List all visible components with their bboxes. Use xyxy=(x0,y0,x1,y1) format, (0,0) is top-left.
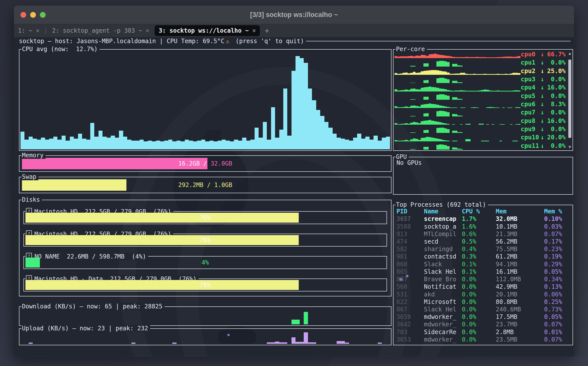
cpu-row-cpu2: cpu2↓25.0% xyxy=(394,67,567,75)
process-name: Slack Hel xyxy=(424,268,462,275)
chart-bar xyxy=(123,137,127,149)
sparkline-bar xyxy=(442,123,444,125)
sparkline-bar xyxy=(439,94,442,100)
sparkline-bar xyxy=(418,90,421,91)
sparkline-bar xyxy=(413,56,416,58)
tab-1[interactable]: 1: ~× xyxy=(14,24,43,37)
process-cpu: 0.1% xyxy=(462,261,496,268)
chart-bar xyxy=(382,138,386,149)
process-row[interactable]: 860Slack0.1%94.1MB0.29% xyxy=(396,261,571,268)
sparkline-bar xyxy=(512,57,515,58)
chart-bar xyxy=(181,141,185,149)
sparkline-bar xyxy=(413,149,416,150)
sparkline-bar xyxy=(410,99,413,100)
down-arrow-icon: ↓ xyxy=(539,109,546,116)
sparkline-bar xyxy=(397,91,400,92)
process-row[interactable]: 582sharingd0.4%75.5MB0.23% xyxy=(396,245,571,253)
sparkline-bar xyxy=(447,73,450,75)
process-mem-pct: 0.05% xyxy=(544,313,571,320)
process-pid: 474 xyxy=(396,238,424,245)
process-row[interactable]: 865Slack Hel0.1%16.1MB0.05% xyxy=(396,268,571,275)
cpu-sparkline xyxy=(394,59,520,67)
scrollbar-thumb[interactable] xyxy=(568,60,571,138)
sparkline-bar xyxy=(418,106,421,108)
sparkline-bar xyxy=(408,56,410,58)
chart-bar xyxy=(312,100,316,149)
chart-bar xyxy=(308,89,312,149)
cpu-sparkline xyxy=(394,84,520,92)
sparkline-bar xyxy=(481,57,484,58)
process-row[interactable]: 531akd0.0%20.1MB0.06% xyxy=(396,290,571,298)
process-mem-pct: 0.07% xyxy=(544,231,571,238)
cpu-percent: 16.0% xyxy=(546,117,566,124)
sparkline-bar xyxy=(510,57,513,58)
sparkline-bar xyxy=(457,149,460,150)
memory-label: 16.2GB / 32.0GB xyxy=(22,158,389,169)
cpu-row-cpu1: cpu1↓0.0% xyxy=(394,58,567,67)
sparkline-bar xyxy=(402,140,405,141)
sparkline-bar xyxy=(486,90,489,92)
process-row[interactable]: 3642mdworker_0.0%23.7MB0.07% xyxy=(396,321,571,328)
sparkline-bar xyxy=(484,74,487,75)
down-arrow-icon: ↓ xyxy=(539,125,546,133)
per-core-scrollbar[interactable]: ▲ ▼ xyxy=(568,50,572,150)
tab-close-icon[interactable]: × xyxy=(252,27,256,34)
chart-bar xyxy=(94,137,98,149)
close-window-button[interactable] xyxy=(20,12,26,18)
sparkline-bar xyxy=(415,139,418,141)
process-row[interactable]: 703SidecarRe0.0%2.8MB0.01% xyxy=(396,328,571,336)
scroll-down-icon[interactable]: ▼ xyxy=(568,144,572,149)
process-row[interactable]: 560Notificat0.0%42.9MB0.13% xyxy=(396,283,571,290)
sparkline-bar xyxy=(423,121,426,125)
chart-bar xyxy=(378,343,382,344)
down-arrow-icon: ↓ xyxy=(539,134,546,141)
minimize-window-button[interactable] xyxy=(30,12,36,18)
sparkline-bar xyxy=(465,57,468,58)
sparkline-bar xyxy=(455,64,458,67)
process-row[interactable]: 474secd0.5%56.2MB0.17% xyxy=(396,238,571,245)
sparkline-bar xyxy=(447,124,450,125)
sparkline-bar xyxy=(460,99,463,100)
sparkline-bar xyxy=(460,107,463,108)
process-row[interactable]: 3653mdworker_0.0%23.5MB0.07% xyxy=(396,336,571,343)
zoom-window-button[interactable] xyxy=(40,12,46,18)
process-row[interactable]: 981contactsd0.3%61.2MB0.19% xyxy=(396,253,571,260)
sparkline-bar xyxy=(486,141,489,141)
process-row[interactable]: 3588socktop_a1.6%10.1MB0.03% xyxy=(396,223,571,230)
tab-close-icon[interactable]: × xyxy=(36,27,39,34)
titlebar[interactable]: [3/3] socktop ws://localho ~ xyxy=(14,5,574,24)
sparkline-bar xyxy=(499,74,502,75)
process-row[interactable]: 913MTLCompil0.6%21.3MB0.07% xyxy=(396,230,571,238)
sparkline-bar xyxy=(434,87,437,91)
tab-2[interactable]: 2: socktop_agent -p 303 ~× xyxy=(48,24,153,37)
new-tab-button[interactable]: + xyxy=(261,27,273,35)
process-name: mdworker_ xyxy=(424,313,462,320)
sparkline-bar xyxy=(452,74,455,75)
sparkline-bar xyxy=(457,65,460,66)
process-row[interactable]: 3657screencap1.7%32.0MB0.10% xyxy=(396,215,571,223)
sparkline-bar xyxy=(455,141,458,141)
chart-bar xyxy=(218,141,222,149)
process-row[interactable]: 867Slack Hel0.0%240.6MB0.73% xyxy=(396,306,571,313)
chart-bar xyxy=(271,107,275,149)
process-row[interactable]: 3659mdworker_0.0%17.5MB0.05% xyxy=(396,313,571,321)
sparkline-bar xyxy=(413,89,416,92)
process-mem: 20.1MB xyxy=(496,291,544,298)
sparkline-bar xyxy=(429,120,431,125)
process-row[interactable]: 887Brave Bro0.0%112.0MB0.34% xyxy=(396,275,571,283)
sparkline-bar xyxy=(439,111,442,116)
host-status-text: socktop — host: Jasons-MBP.localdomain |… xyxy=(19,38,224,45)
chart-bar xyxy=(70,137,74,149)
process-cpu: 0.0% xyxy=(462,313,496,320)
tab-close-icon[interactable]: × xyxy=(146,27,149,34)
chart-bar xyxy=(107,138,111,149)
chart-bar xyxy=(292,320,295,324)
gpu-title: GPU xyxy=(395,153,409,160)
tab-3[interactable]: 3: socktop ws://localho ~× xyxy=(155,25,260,36)
process-row[interactable]: 622Microsoft0.0%80.8MB0.25% xyxy=(396,298,571,306)
sparkline-bar xyxy=(397,57,400,58)
down-arrow-icon: ↓ xyxy=(539,142,546,149)
sparkline-bar xyxy=(471,91,473,92)
process-name: screencap xyxy=(424,215,462,222)
scroll-up-icon[interactable]: ▲ xyxy=(568,51,572,56)
